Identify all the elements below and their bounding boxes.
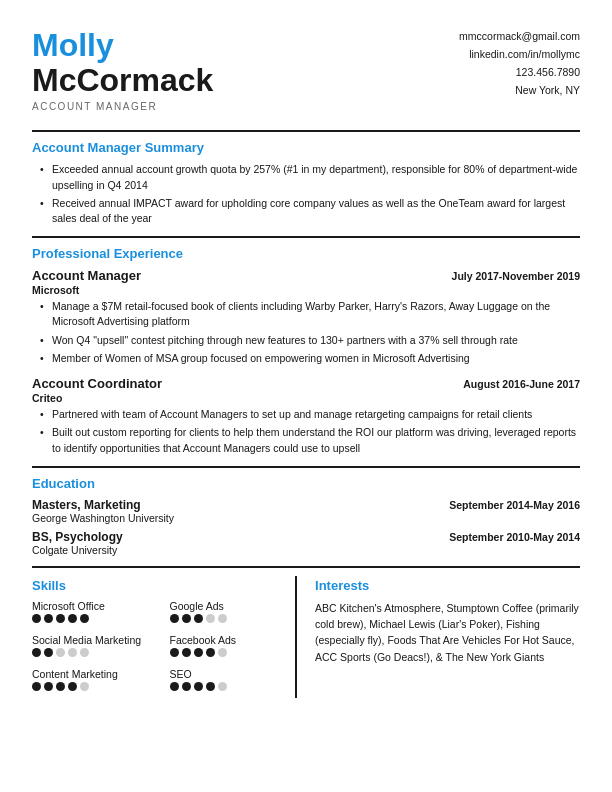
summary-section: Account Manager Summary Exceeded annual … xyxy=(32,140,580,226)
summary-bullets: Exceeded annual account growth quota by … xyxy=(32,162,580,226)
job-company: Criteo xyxy=(32,392,580,404)
dot-filled xyxy=(182,648,191,657)
skill-name: SEO xyxy=(170,668,296,680)
header-name-block: Molly McCormack ACCOUNT MANAGER xyxy=(32,28,213,112)
dot-filled xyxy=(182,682,191,691)
skill-name: Microsoft Office xyxy=(32,600,158,612)
summary-divider xyxy=(32,236,580,238)
dot-empty xyxy=(56,648,65,657)
bottom-divider xyxy=(32,566,580,568)
header-divider xyxy=(32,130,580,132)
skill-item: Content Marketing xyxy=(32,668,158,691)
experience-section: Professional Experience Account ManagerJ… xyxy=(32,246,580,456)
dot-empty xyxy=(68,648,77,657)
job-bullet: Manage a $7M retail-focused book of clie… xyxy=(40,299,580,329)
education-title: Education xyxy=(32,476,580,491)
job-bullet: Partnered with team of Account Managers … xyxy=(40,407,580,422)
interests-title: Interests xyxy=(315,578,580,593)
last-name: McCormack xyxy=(32,63,213,98)
dot-filled xyxy=(194,682,203,691)
first-name-text: Molly xyxy=(32,27,114,63)
dot-filled xyxy=(32,648,41,657)
skill-dots xyxy=(170,648,296,657)
job-header: Account CoordinatorAugust 2016-June 2017 xyxy=(32,376,580,391)
job-title: Account Manager xyxy=(32,268,141,283)
dot-filled xyxy=(68,682,77,691)
edu-school: Colgate University xyxy=(32,544,580,556)
interests-section: Interests ABC Kitchen's Atmosphere, Stum… xyxy=(295,576,580,698)
interests-text: ABC Kitchen's Atmosphere, Stumptown Coff… xyxy=(315,600,580,665)
summary-title: Account Manager Summary xyxy=(32,140,580,155)
job-entry: Account CoordinatorAugust 2016-June 2017… xyxy=(32,376,580,456)
dot-empty xyxy=(80,648,89,657)
contact-info: mmccormack@gmail.com linkedin.com/in/mol… xyxy=(459,28,580,99)
dot-filled xyxy=(32,682,41,691)
edu-degree: Masters, Marketing xyxy=(32,498,141,512)
summary-bullet: Exceeded annual account growth quota by … xyxy=(40,162,580,192)
skill-item: Microsoft Office xyxy=(32,600,158,623)
skill-dots xyxy=(32,614,158,623)
location: New York, NY xyxy=(459,82,580,100)
edu-dates: September 2014-May 2016 xyxy=(449,499,580,511)
edu-dates: September 2010-May 2014 xyxy=(449,531,580,543)
dot-filled xyxy=(206,682,215,691)
edu-container: Masters, MarketingSeptember 2014-May 201… xyxy=(32,498,580,556)
dot-filled xyxy=(56,682,65,691)
experience-title: Professional Experience xyxy=(32,246,580,261)
dot-filled xyxy=(170,614,179,623)
job-title: Account Coordinator xyxy=(32,376,162,391)
job-entry: Account ManagerJuly 2017-November 2019Mi… xyxy=(32,268,580,366)
bottom-section: Skills Microsoft OfficeGoogle AdsSocial … xyxy=(32,576,580,698)
skill-item: Google Ads xyxy=(170,600,296,623)
dot-empty xyxy=(206,614,215,623)
jobs-container: Account ManagerJuly 2017-November 2019Mi… xyxy=(32,268,580,456)
dot-filled xyxy=(56,614,65,623)
dot-filled xyxy=(182,614,191,623)
first-name: Molly xyxy=(32,28,213,63)
skill-name: Google Ads xyxy=(170,600,296,612)
skill-dots xyxy=(32,648,158,657)
experience-divider xyxy=(32,466,580,468)
job-bullet: Built out custom reporting for clients t… xyxy=(40,425,580,455)
skill-dots xyxy=(32,682,158,691)
dot-filled xyxy=(68,614,77,623)
skill-dots xyxy=(170,682,296,691)
skills-section: Skills Microsoft OfficeGoogle AdsSocial … xyxy=(32,576,295,698)
linkedin: linkedin.com/in/mollymc xyxy=(459,46,580,64)
edu-entry: BS, PsychologySeptember 2010-May 2014Col… xyxy=(32,530,580,556)
skill-item: SEO xyxy=(170,668,296,691)
dot-empty xyxy=(80,682,89,691)
dot-filled xyxy=(44,648,53,657)
job-dates: July 2017-November 2019 xyxy=(452,270,580,282)
edu-header: Masters, MarketingSeptember 2014-May 201… xyxy=(32,498,580,512)
edu-header: BS, PsychologySeptember 2010-May 2014 xyxy=(32,530,580,544)
dot-empty xyxy=(218,648,227,657)
job-title-label: ACCOUNT MANAGER xyxy=(32,101,213,112)
dot-filled xyxy=(206,648,215,657)
skill-name: Facebook Ads xyxy=(170,634,296,646)
skills-title: Skills xyxy=(32,578,295,593)
skill-dots xyxy=(170,614,296,623)
skill-name: Content Marketing xyxy=(32,668,158,680)
summary-bullet: Received annual IMPACT award for upholdi… xyxy=(40,196,580,226)
phone: 123.456.7890 xyxy=(459,64,580,82)
edu-school: George Washington University xyxy=(32,512,580,524)
job-dates: August 2016-June 2017 xyxy=(463,378,580,390)
dot-filled xyxy=(80,614,89,623)
skill-item: Social Media Marketing xyxy=(32,634,158,657)
edu-degree: BS, Psychology xyxy=(32,530,123,544)
skill-item: Facebook Ads xyxy=(170,634,296,657)
dot-filled xyxy=(170,682,179,691)
dot-filled xyxy=(194,614,203,623)
dot-filled xyxy=(194,648,203,657)
dot-filled xyxy=(44,614,53,623)
job-bullets: Partnered with team of Account Managers … xyxy=(32,407,580,456)
email: mmccormack@gmail.com xyxy=(459,28,580,46)
last-name-text: McCormack xyxy=(32,62,213,98)
job-bullets: Manage a $7M retail-focused book of clie… xyxy=(32,299,580,366)
skills-grid: Microsoft OfficeGoogle AdsSocial Media M… xyxy=(32,600,295,698)
job-header: Account ManagerJuly 2017-November 2019 xyxy=(32,268,580,283)
edu-entry: Masters, MarketingSeptember 2014-May 201… xyxy=(32,498,580,524)
dot-empty xyxy=(218,682,227,691)
header: Molly McCormack ACCOUNT MANAGER mmccorma… xyxy=(32,28,580,120)
